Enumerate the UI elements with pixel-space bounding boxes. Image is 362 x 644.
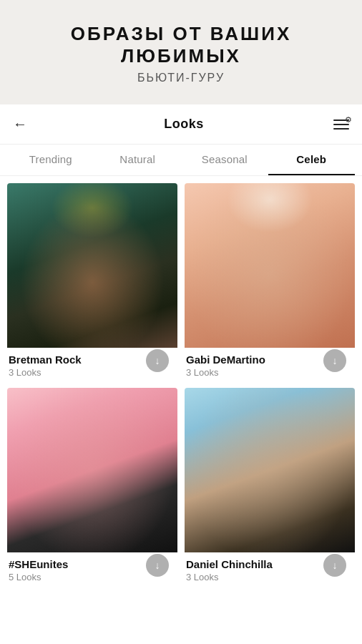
menu-icon-line3 xyxy=(333,128,349,130)
hero-title-line2: БЬЮТИ-ГУРУ xyxy=(14,72,348,84)
nav-bar: ← Looks ⚙ xyxy=(0,104,362,145)
card-sheunites[interactable]: ↓ #SHEunites 5 Looks xyxy=(7,388,177,585)
card-image-sheunites xyxy=(7,388,177,552)
gear-icon: ⚙ xyxy=(345,115,352,125)
main-content: ← Looks ⚙ Trending Natural Seasonal Cele… xyxy=(0,104,362,644)
card-image-gabi-demartino xyxy=(185,183,355,348)
hero-banner: ОБРАЗЫ ОТ ВАШИХ ЛЮБИМЫХ БЬЮТИ-ГУРУ xyxy=(0,0,362,104)
card-gabi-demartino[interactable]: ↓ Gabi DeMartino 3 Looks xyxy=(185,183,355,381)
hero-title-line1: ОБРАЗЫ ОТ ВАШИХ ЛЮБИМЫХ xyxy=(14,23,348,67)
cards-grid: ↓ Bretman Rock 3 Looks ↓ Gabi DeMartino … xyxy=(0,176,362,592)
card-bretman-rock[interactable]: ↓ Bretman Rock 3 Looks xyxy=(7,183,177,381)
tab-natural[interactable]: Natural xyxy=(94,145,182,175)
tab-celeb[interactable]: Celeb xyxy=(268,145,356,175)
card-image-bretman-rock xyxy=(7,183,177,348)
tab-bar: Trending Natural Seasonal Celeb xyxy=(0,145,362,176)
menu-button[interactable]: ⚙ xyxy=(333,119,349,130)
page-title: Looks xyxy=(164,117,204,132)
tab-seasonal[interactable]: Seasonal xyxy=(181,145,268,175)
card-image-daniel-chinchilla xyxy=(185,388,355,552)
back-button[interactable]: ← xyxy=(13,116,34,132)
card-daniel-chinchilla[interactable]: ↓ Daniel Chinchilla 3 Looks xyxy=(185,388,355,585)
tab-trending[interactable]: Trending xyxy=(7,145,94,175)
